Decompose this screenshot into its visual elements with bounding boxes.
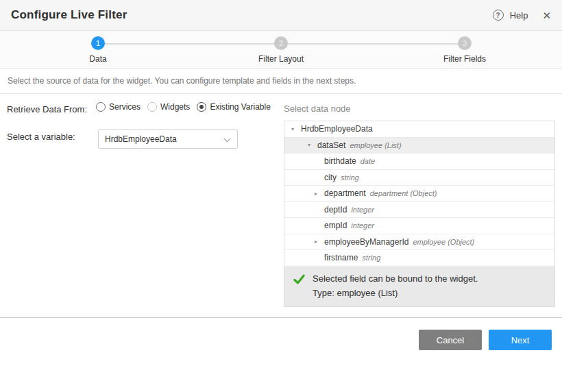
help-icon[interactable]: ?: [493, 10, 504, 21]
instruction-text: Select the source of data for the widget…: [0, 69, 562, 94]
tree-node-deptid[interactable]: deptId integer: [284, 202, 554, 219]
variable-select-value: HrdbEmployeeData: [105, 134, 177, 144]
radio-services-label: Services: [109, 102, 140, 112]
select-data-node-title: Select data node: [284, 103, 351, 114]
footer-divider: [0, 317, 562, 318]
tree-node-hrdbemployeedata[interactable]: ▾ HrdbEmployeeData: [284, 121, 554, 138]
configure-live-filter-dialog: Configure Live Filter ? Help ✕ 1 Data 2 …: [0, 0, 562, 392]
tree-node-birthdate[interactable]: birthdate date: [284, 154, 554, 170]
chevron-right-icon[interactable]: ▸: [313, 191, 324, 197]
radio-widgets-label: Widgets: [160, 102, 190, 112]
chevron-right-icon[interactable]: ▸: [313, 238, 324, 245]
step-2-circle: 2: [274, 36, 288, 50]
radio-existing-variable-circle-icon: [197, 102, 206, 112]
tree-node-empid[interactable]: empId integer: [284, 218, 554, 234]
titlebar-actions: ? Help ✕: [493, 10, 551, 21]
tree-node-department[interactable]: ▸ department department (Object): [284, 186, 554, 202]
step-3-circle: 3: [458, 36, 472, 50]
tree-node-city[interactable]: city string: [284, 170, 554, 186]
data-source-radio-group: Services Widgets Existing Variable: [96, 102, 271, 112]
step-3-label: Filter Fields: [417, 54, 513, 64]
chevron-down-icon: [224, 136, 231, 143]
binding-status-box: Selected field can be bound to the widge…: [284, 267, 554, 306]
step-wizard: 1 Data 2 Filter Layout 3 Filter Fields: [0, 31, 562, 69]
step-filter-fields[interactable]: 3 Filter Fields: [417, 36, 513, 64]
help-link[interactable]: Help: [510, 10, 528, 21]
tree-node-firstname[interactable]: firstname string: [284, 250, 554, 267]
step-1-label: Data: [50, 54, 146, 64]
cancel-button[interactable]: Cancel: [419, 330, 482, 350]
chevron-down-icon[interactable]: ▾: [306, 142, 317, 148]
step-2-label: Filter Layout: [233, 54, 329, 64]
data-node-tree: ▾ HrdbEmployeeData ▾ dataSet employee (L…: [284, 121, 555, 307]
binding-status-text: Selected field can be bound to the widge…: [313, 271, 478, 300]
variable-select[interactable]: HrdbEmployeeData: [98, 130, 238, 149]
chevron-down-icon[interactable]: ▾: [290, 126, 301, 132]
retrieve-data-from-label: Retrieve Data From:: [7, 104, 87, 114]
radio-services[interactable]: Services: [96, 102, 140, 112]
titlebar: Configure Live Filter ? Help ✕: [0, 0, 562, 31]
radio-widgets[interactable]: Widgets: [147, 102, 190, 112]
binding-status-line2: Type: employee (List): [313, 286, 478, 300]
page-title: Configure Live Filter: [11, 8, 127, 22]
radio-existing-variable[interactable]: Existing Variable: [197, 102, 271, 112]
binding-status-line1: Selected field can be bound to the widge…: [313, 271, 478, 286]
footer-buttons: Cancel Next: [419, 330, 552, 350]
radio-services-circle-icon: [96, 102, 106, 112]
tree-node-employeebymanagerid[interactable]: ▸ employeeByManagerId employee (Object): [284, 234, 554, 251]
step-filter-layout[interactable]: 2 Filter Layout: [233, 36, 329, 64]
close-icon[interactable]: ✕: [542, 10, 551, 21]
select-variable-label: Select a variable:: [7, 132, 75, 142]
radio-widgets-circle-icon: [147, 102, 157, 112]
step-1-circle: 1: [91, 36, 105, 50]
check-icon: [293, 273, 305, 288]
step-data[interactable]: 1 Data: [50, 36, 146, 64]
radio-existing-variable-label: Existing Variable: [210, 102, 271, 112]
next-button[interactable]: Next: [489, 330, 552, 350]
tree-node-dataset[interactable]: ▾ dataSet employee (List): [284, 138, 554, 154]
